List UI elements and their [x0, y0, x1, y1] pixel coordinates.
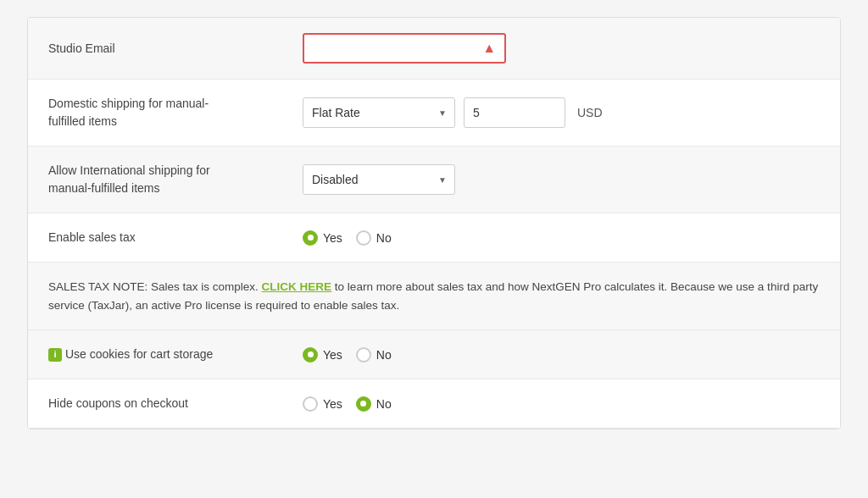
- international-shipping-select-wrapper: Disabled Enabled: [303, 164, 455, 195]
- sales-tax-radio-group: Yes No: [303, 230, 392, 246]
- sales-tax-yes-option[interactable]: Yes: [303, 230, 342, 246]
- international-shipping-row: Allow International shipping for manual-…: [28, 147, 840, 213]
- hide-coupons-no-option[interactable]: No: [356, 396, 392, 412]
- sales-tax-click-here-link[interactable]: CLICK HERE: [262, 280, 332, 293]
- sales-tax-yes-radio[interactable]: [303, 230, 318, 246]
- cookies-no-option[interactable]: No: [356, 347, 392, 362]
- studio-email-control: ▲: [303, 33, 820, 64]
- hide-coupons-no-label: No: [376, 397, 392, 411]
- studio-email-input-wrapper[interactable]: ▲: [303, 33, 506, 64]
- warning-icon: ▲: [482, 41, 496, 56]
- international-shipping-select[interactable]: Disabled Enabled: [303, 164, 455, 195]
- domestic-shipping-row: Domestic shipping for manual- fulfilled …: [28, 80, 840, 147]
- domestic-shipping-label: Domestic shipping for manual- fulfilled …: [48, 95, 303, 130]
- hide-coupons-no-radio[interactable]: [356, 396, 371, 412]
- cookies-label: i Use cookies for cart storage: [48, 346, 303, 363]
- international-shipping-label: Allow International shipping for manual-…: [48, 162, 303, 197]
- cookies-yes-radio[interactable]: [303, 347, 318, 362]
- cookies-yes-option[interactable]: Yes: [303, 347, 342, 362]
- studio-email-input[interactable]: [313, 42, 482, 55]
- hide-coupons-radio-group: Yes No: [303, 396, 392, 412]
- shipping-amount-input[interactable]: [464, 97, 565, 128]
- cookies-yes-label: Yes: [323, 348, 342, 362]
- cookies-row: i Use cookies for cart storage Yes No: [28, 330, 840, 379]
- sales-tax-no-label: No: [376, 231, 392, 245]
- cookies-no-label: No: [376, 348, 392, 362]
- hide-coupons-yes-label: Yes: [323, 397, 342, 411]
- cookies-radio-group: Yes No: [303, 347, 392, 362]
- hide-coupons-label: Hide coupons on checkout: [48, 395, 303, 412]
- cookies-label-text: Use cookies for cart storage: [65, 346, 213, 363]
- sales-tax-note-prefix: SALES TAX NOTE: Sales tax is complex.: [48, 280, 262, 293]
- sales-tax-no-radio[interactable]: [356, 230, 371, 246]
- cookies-no-radio[interactable]: [356, 347, 371, 362]
- sales-tax-row: Enable sales tax Yes No: [28, 213, 840, 263]
- settings-form: Studio Email ▲ Domestic shipping for man…: [27, 17, 841, 429]
- sales-tax-yes-label: Yes: [323, 231, 342, 245]
- studio-email-label: Studio Email: [48, 40, 303, 58]
- international-shipping-control: Disabled Enabled: [303, 164, 820, 195]
- domestic-shipping-select[interactable]: Flat Rate Free Shipping Calculated: [303, 97, 455, 128]
- hide-coupons-yes-radio[interactable]: [303, 396, 318, 412]
- domestic-shipping-control: Flat Rate Free Shipping Calculated USD: [303, 97, 820, 128]
- sales-tax-note-row: SALES TAX NOTE: Sales tax is complex. CL…: [28, 263, 840, 330]
- studio-email-row: Studio Email ▲: [28, 18, 840, 80]
- hide-coupons-row: Hide coupons on checkout Yes No: [28, 379, 840, 429]
- hide-coupons-yes-option[interactable]: Yes: [303, 396, 342, 412]
- sales-tax-label: Enable sales tax: [48, 229, 303, 246]
- cookies-control: Yes No: [303, 347, 820, 362]
- hide-coupons-control: Yes No: [303, 396, 820, 412]
- sales-tax-no-option[interactable]: No: [356, 230, 392, 246]
- info-icon: i: [48, 348, 62, 362]
- sales-tax-control: Yes No: [303, 230, 820, 246]
- currency-label: USD: [577, 106, 603, 119]
- domestic-shipping-select-wrapper: Flat Rate Free Shipping Calculated: [303, 97, 455, 128]
